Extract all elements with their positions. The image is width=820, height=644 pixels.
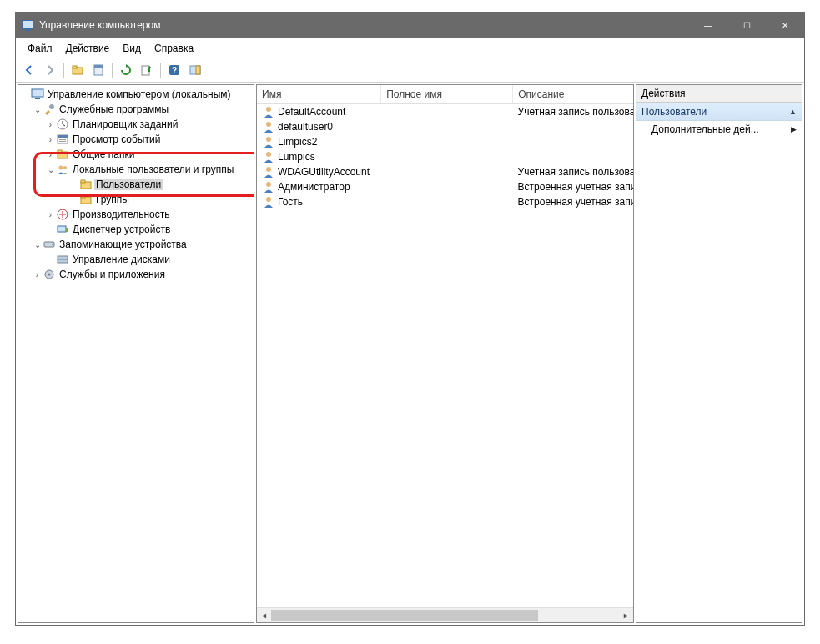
toolbar-actionpane-button[interactable] [185, 60, 205, 80]
tree-label: Служебные программы [58, 103, 170, 115]
tree-label: Локальные пользователи и группы [71, 164, 235, 175]
tree-storage[interactable]: ⌄ Запоминающие устройства [18, 237, 254, 252]
tree-label: Запоминающие устройства [58, 239, 189, 250]
list-cell-name: Администратор [257, 180, 381, 194]
list-cell-description: Учетная запись пользова [513, 166, 633, 178]
list-row[interactable]: Lumpics [257, 149, 633, 164]
list-col-name[interactable]: Имя [257, 85, 381, 103]
toolbar-help-button[interactable]: ? [164, 60, 184, 80]
menu-view[interactable]: Вид [116, 41, 148, 57]
tree-root[interactable]: Управление компьютером (локальным) [18, 87, 254, 102]
tree-label: Управление дисками [71, 254, 172, 265]
svg-rect-30 [66, 228, 68, 232]
toolbar-folder-up-button[interactable] [68, 60, 88, 80]
maximize-button[interactable]: ☐ [727, 13, 766, 38]
user-icon [262, 120, 275, 133]
close-button[interactable]: ✕ [766, 13, 804, 38]
tree-disk-mgmt[interactable]: Управление дисками [18, 252, 254, 267]
list-row[interactable]: ГостьВстроенная учетная запи [257, 194, 633, 209]
tree-event-viewer[interactable]: › Просмотр событий [18, 132, 254, 147]
toolbar-separator [160, 63, 161, 78]
svg-point-38 [266, 122, 271, 127]
scroll-left-arrow-icon[interactable]: ◄ [257, 608, 271, 622]
actions-pane-header: Действия [636, 85, 802, 103]
svg-rect-12 [32, 89, 43, 97]
folder-icon [79, 193, 93, 206]
twisty-open-icon[interactable]: ⌄ [45, 165, 56, 174]
tree-label: Общие папки [71, 148, 136, 160]
tree-local-users-groups[interactable]: ⌄ Локальные пользователи и группы [18, 162, 254, 177]
tree-users[interactable]: Пользователи [18, 177, 254, 192]
list-cell-name: DefaultAccount [257, 105, 381, 118]
tree-label: Управление компьютером (локальным) [46, 88, 233, 100]
content-area: Управление компьютером (локальным) ⌄ Слу… [16, 83, 804, 625]
list-row[interactable]: WDAGUtilityAccountУчетная запись пользов… [257, 164, 633, 179]
twisty-open-icon[interactable]: ⌄ [32, 105, 43, 114]
svg-rect-34 [58, 259, 68, 263]
list-row[interactable]: DefaultAccountУчетная запись пользова [257, 104, 633, 119]
user-icon [262, 180, 275, 194]
minimize-button[interactable]: — [689, 13, 727, 38]
toolbar-properties-button[interactable] [88, 60, 108, 80]
tree-device-manager[interactable]: Диспетчер устройств [18, 222, 254, 237]
list-header[interactable]: Имя Полное имя Описание [257, 85, 633, 104]
svg-rect-17 [58, 135, 68, 138]
svg-rect-6 [94, 65, 103, 68]
list-row[interactable]: АдминистраторВстроенная учетная запи [257, 179, 633, 194]
tree-label: Просмотр событий [71, 133, 162, 145]
tree-label: Службы и приложения [58, 269, 167, 280]
chevron-up-icon[interactable]: ▲ [789, 108, 797, 116]
toolbar-forward-button[interactable] [40, 60, 60, 80]
list-pane: Имя Полное имя Описание DefaultAccountУч… [256, 84, 634, 623]
tree-view[interactable]: Управление компьютером (локальным) ⌄ Слу… [18, 85, 254, 284]
list-col-fullname[interactable]: Полное имя [381, 85, 513, 103]
tree-label: Планировщик заданий [71, 118, 179, 130]
tree-system-tools[interactable]: ⌄ Служебные программы [18, 102, 254, 117]
svg-point-42 [266, 182, 271, 187]
toolbar-export-button[interactable] [137, 60, 157, 80]
tree-services-apps[interactable]: › Службы и приложения [18, 267, 254, 282]
tree-task-scheduler[interactable]: › Планировщик заданий [18, 117, 254, 132]
event-log-icon [56, 133, 69, 146]
tree-shared-folders[interactable]: › Общие папки [18, 147, 254, 162]
list-body[interactable]: DefaultAccountУчетная запись пользоваdef… [257, 104, 633, 607]
svg-point-23 [63, 166, 67, 169]
svg-text:?: ? [172, 66, 177, 75]
actions-section-users[interactable]: Пользователи ▲ [636, 103, 802, 121]
computer-icon [31, 88, 44, 101]
twisty-open-icon[interactable]: ⌄ [32, 240, 43, 249]
toolbar-refresh-button[interactable] [116, 60, 136, 80]
list-row[interactable]: Limpics2 [257, 134, 633, 149]
menu-help[interactable]: Справка [148, 41, 200, 57]
chevron-right-icon: ▶ [791, 125, 797, 133]
twisty-closed-icon[interactable]: › [45, 150, 56, 159]
tree-pane: Управление компьютером (локальным) ⌄ Слу… [18, 84, 254, 623]
list-cell-description: Учетная запись пользова [513, 106, 633, 118]
svg-point-40 [266, 152, 271, 157]
menu-file[interactable]: Файл [21, 41, 59, 57]
twisty-closed-icon[interactable]: › [32, 270, 43, 279]
list-col-description[interactable]: Описание [513, 85, 633, 103]
twisty-closed-icon[interactable]: › [45, 210, 56, 219]
list-row[interactable]: defaultuser0 [257, 119, 633, 134]
tree-performance[interactable]: › Производительность [18, 207, 254, 222]
actions-item-more[interactable]: Дополнительные дей... ▶ [636, 121, 802, 138]
scroll-thumb[interactable] [271, 610, 538, 621]
tree-groups[interactable]: Группы [18, 192, 254, 207]
svg-rect-27 [81, 195, 85, 198]
titlebar[interactable]: Управление компьютером — ☐ ✕ [16, 13, 804, 38]
toolbar-back-button[interactable] [19, 60, 39, 80]
list-cell-name: Limpics2 [257, 135, 381, 148]
scroll-right-arrow-icon[interactable]: ► [619, 608, 633, 622]
horizontal-scrollbar[interactable]: ◄ ► [257, 607, 633, 622]
twisty-closed-icon[interactable]: › [45, 120, 56, 129]
list-cell-name: defaultuser0 [257, 120, 381, 133]
twisty-closed-icon[interactable]: › [45, 135, 56, 144]
services-icon [43, 268, 56, 281]
device-icon [56, 223, 69, 236]
user-icon [262, 105, 275, 118]
shared-folder-icon [56, 148, 69, 161]
menu-action[interactable]: Действие [59, 41, 117, 57]
folder-icon [79, 178, 93, 191]
svg-rect-13 [35, 98, 40, 99]
